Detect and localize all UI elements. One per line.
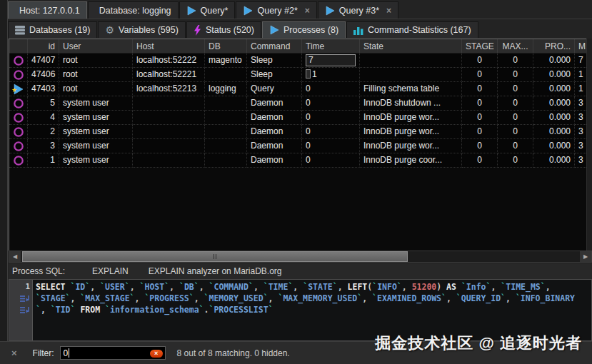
cell-stage[interactable]: 0 [462,139,498,153]
cell-id[interactable]: 47407 [28,54,59,68]
cell-user[interactable]: system user [59,111,133,125]
cell-icon[interactable] [9,111,28,125]
tab-database[interactable]: Database: logging [88,1,179,19]
process-row[interactable]: 47407rootlocalhost:52222magentoSleep7000… [9,54,592,68]
editor-code-area[interactable]: SELECT `ID`, `USER`, `HOST`, `DB`, `COMM… [33,280,591,340]
clear-filter-icon[interactable]: × [150,350,163,358]
cell-db[interactable] [205,125,247,139]
cell-icon[interactable] [9,54,28,68]
cell-user[interactable]: system user [59,96,133,111]
cell-db[interactable] [205,68,247,82]
cell-id[interactable]: 3 [28,139,59,153]
cell-time[interactable]: 0 [302,111,360,125]
cell-state[interactable]: Filling schema table [360,82,462,96]
process-row[interactable]: 47406rootlocalhost:52221Sleep1000.0001 [9,68,592,82]
cell-id[interactable]: 1 [28,153,59,168]
cell-stage[interactable]: 0 [462,111,498,125]
cell-user[interactable]: root [59,54,133,68]
cell-user[interactable]: root [59,68,133,82]
cell-pro[interactable]: 0.000 [533,68,575,82]
cell-db[interactable] [205,111,247,125]
cell-state[interactable] [360,54,462,68]
cell-time[interactable]: 0 [302,82,360,96]
horizontal-scrollbar[interactable]: ◀ ▶ [9,251,592,263]
tab-host[interactable]: Host: 127.0.0.1 [8,1,87,19]
inline-cell-editor[interactable]: 7 [306,54,356,66]
scrollbar-thumb[interactable] [22,251,408,262]
cell-time[interactable]: 0 [302,153,360,168]
cell-db[interactable]: magento [205,54,247,68]
column-header-max[interactable]: MAX... [498,39,533,53]
tab-query-3[interactable]: Query #3*× [318,1,398,19]
tab-query-1[interactable]: Query* [179,1,236,19]
cell-icon[interactable] [9,68,28,82]
cell-command[interactable]: Sleep [247,68,302,82]
sub-tab-variables[interactable]: ⚙Variables (595) [98,21,185,38]
cell-id[interactable]: 47406 [28,68,59,82]
cell-state[interactable]: InnoDB purge wor... [360,139,462,153]
cell-pro[interactable]: 0.000 [533,153,575,168]
cell-command[interactable]: Daemon [247,96,302,111]
cell-pro[interactable]: 0.000 [533,125,575,139]
cell-id[interactable]: 5 [28,96,59,111]
cell-id[interactable]: 2 [28,125,59,139]
cell-time[interactable]: 1 [302,68,360,82]
cell-user[interactable]: system user [59,139,133,153]
column-header-command[interactable]: Command [247,39,302,53]
cell-max[interactable]: 0 [498,111,533,125]
cell-db[interactable] [205,153,247,168]
cell-pro[interactable]: 0.000 [533,139,575,153]
column-header-time[interactable]: Time [302,39,360,53]
tab-query-2[interactable]: Query #2*× [236,1,316,19]
cell-icon[interactable] [9,139,28,153]
close-filter-icon[interactable]: × [11,348,17,358]
cell-stage[interactable]: 0 [462,54,498,68]
close-tab-icon[interactable]: × [305,6,310,16]
cell-db[interactable]: logging [205,82,247,96]
cell-host[interactable] [133,153,205,168]
cell-command[interactable]: Daemon [247,139,302,153]
cell-state[interactable] [360,68,462,82]
explain-button[interactable]: EXPLAIN [92,266,129,276]
column-header-host[interactable]: Host [133,39,205,53]
cell-icon[interactable] [9,153,28,168]
column-header-db[interactable]: DB [205,39,247,53]
cell-time[interactable]: 0 [302,125,360,139]
cell-host[interactable]: localhost:52222 [133,54,205,68]
sql-editor[interactable]: 1 SELECT `ID`, `USER`, `HOST`, `DB`, `CO… [9,279,592,341]
cell-host[interactable] [133,96,205,111]
cell-state[interactable]: InnoDB shutdown ... [360,96,462,111]
cell-host[interactable]: localhost:52221 [133,68,205,82]
cell-stage[interactable]: 0 [462,96,498,111]
process-row[interactable]: 2system userDaemon0InnoDB purge wor...00… [9,125,592,139]
vertical-scrollbar[interactable] [586,39,592,251]
cell-pro[interactable]: 0.000 [533,82,575,96]
cell-user[interactable]: system user [59,125,133,139]
close-tab-icon[interactable]: × [386,6,391,16]
cell-command[interactable]: Daemon [247,111,302,125]
cell-db[interactable] [205,139,247,153]
scroll-left-arrow-icon[interactable]: ◀ [9,251,21,262]
cell-host[interactable] [133,111,205,125]
cell-user[interactable]: root [59,82,133,96]
cell-max[interactable]: 0 [498,125,533,139]
scroll-right-arrow-icon[interactable]: ▶ [580,251,591,262]
sub-tab-databases[interactable]: Databases (19) [8,21,97,38]
cell-host[interactable] [133,125,205,139]
filter-input[interactable]: 0 × [60,346,166,360]
cell-state[interactable]: InnoDB purge wor... [360,111,462,125]
cell-time[interactable]: 0 [302,139,360,153]
cell-command[interactable]: Sleep [247,54,302,68]
scrollbar-track[interactable] [21,251,580,262]
process-row[interactable]: 5system userDaemon0InnoDB shutdown ...00… [9,96,592,111]
column-header-id[interactable]: id [28,39,59,53]
cell-icon[interactable]: ★ [9,82,28,96]
cell-max[interactable]: 0 [498,139,533,153]
cell-user[interactable]: system user [59,153,133,168]
cell-pro[interactable]: 0.000 [533,96,575,111]
cell-command[interactable]: Daemon [247,153,302,168]
column-header-stage[interactable]: STAGE [462,39,498,53]
cell-max[interactable]: 0 [498,96,533,111]
sub-tab-command-statistics[interactable]: Command-Statistics (167) [346,21,478,38]
cell-command[interactable]: Query [247,82,302,96]
